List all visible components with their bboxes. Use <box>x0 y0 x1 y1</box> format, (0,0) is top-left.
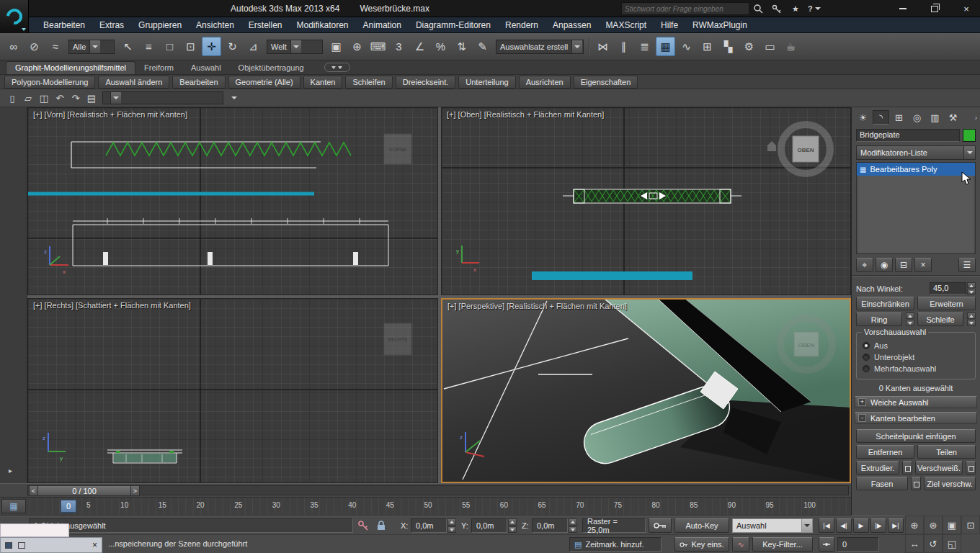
viewport-perspective[interactable]: [+] [Perspektive] [Realistisch + Flächen… <box>441 298 851 483</box>
application-menu-button[interactable] <box>0 0 29 33</box>
minimize-button[interactable] <box>895 2 911 15</box>
select-object-icon[interactable]: ↖ <box>118 37 138 56</box>
orbit-icon[interactable]: ↺ <box>924 534 943 553</box>
zoom-region-icon[interactable]: ⊡ <box>961 516 980 534</box>
y-spinner[interactable] <box>508 518 517 533</box>
layer-manager-icon[interactable]: ≣ <box>635 37 654 56</box>
viewport-right[interactable]: [+] [Rechts] [Schattiert + Flächen mit K… <box>27 298 438 483</box>
select-and-move-icon[interactable]: ✛ <box>202 37 221 56</box>
set-keys-button[interactable] <box>649 518 672 533</box>
viewport-front[interactable]: [+] [Vorn] [Realistisch + Flächen mit Ka… <box>27 107 438 295</box>
ribbon-panel-button[interactable]: Dreieckseint. <box>396 76 456 89</box>
previous-frame-arrow[interactable]: < <box>29 485 38 496</box>
weld-settings-button[interactable] <box>966 461 976 475</box>
soft-selection-rollout-header[interactable]: + Weiche Auswahl <box>855 396 977 408</box>
close-button[interactable]: × <box>958 2 974 15</box>
split-button[interactable]: Teilen <box>917 445 976 459</box>
angle-snap-icon[interactable]: ∠ <box>410 37 429 56</box>
preview-radio-option[interactable]: Aus <box>863 341 969 350</box>
ribbon-tab[interactable]: Graphit-Modellierungshilfsmittel <box>6 61 135 74</box>
ribbon-panel-button[interactable]: Auswahl ändern <box>98 76 169 89</box>
modifier-list-dropdown[interactable]: Modifikatoren-Liste <box>856 145 976 160</box>
time-slider-track[interactable] <box>27 485 849 495</box>
select-by-name-icon[interactable]: ≡ <box>139 37 159 56</box>
ribbon-tab[interactable]: Auswahl <box>182 62 230 74</box>
grow-button[interactable]: Erweitern <box>917 297 976 310</box>
time-slider-label[interactable]: 0 / 100 <box>38 485 130 496</box>
open-mini-curve-editor-button[interactable]: ▦ <box>1 499 26 513</box>
menu-item[interactable]: RWMaxPlugin <box>685 18 754 32</box>
stack-item-editable-poly[interactable]: ▦ Bearbeitbares Poly <box>857 163 975 176</box>
z-spinner[interactable] <box>569 518 577 533</box>
new-scene-icon[interactable]: ▯ <box>4 91 20 105</box>
mirror-icon[interactable]: ⋈ <box>593 37 612 56</box>
bind-to-spacewarp-icon[interactable]: ≈ <box>45 37 65 56</box>
selection-region-icon[interactable]: □ <box>160 37 179 56</box>
viewport-top-label[interactable]: [+] [Oben] [Realistisch + Flächen mit Ka… <box>447 110 604 119</box>
selection-filter-dropdown[interactable]: Alle <box>68 40 115 54</box>
viewport-right-canvas[interactable]: RECHTS zy <box>28 299 437 482</box>
time-tag-field[interactable]: ▤ Zeitmark. hinzuf. <box>569 537 662 552</box>
ribbon-panel-button[interactable]: Kanten <box>303 76 343 89</box>
infocenter-search[interactable] <box>621 2 749 15</box>
right-viewcube[interactable]: RECHTS <box>384 323 411 355</box>
ribbon-panel-button[interactable]: Polygon-Modellierung <box>4 76 95 89</box>
chamfer-button[interactable]: Fasen <box>856 477 908 490</box>
align-icon[interactable]: ∥ <box>614 37 633 56</box>
select-and-manipulate-icon[interactable]: ⊕ <box>347 37 367 56</box>
viewport-perspective-label[interactable]: [+] [Perspektive] [Realistisch + Flächen… <box>447 302 627 310</box>
modifier-stack[interactable]: ▦ Bearbeitbares Poly <box>856 162 976 254</box>
zoom-extents-icon[interactable]: ▣ <box>943 516 961 534</box>
menu-item[interactable]: Hilfe <box>654 18 685 32</box>
search-input[interactable] <box>621 2 749 15</box>
menu-item[interactable]: Gruppieren <box>131 18 189 32</box>
track-bar[interactable]: ▦ 0 510152025303540455055606570758085909… <box>0 498 851 516</box>
modify-tab-icon[interactable]: ◝ <box>873 110 889 125</box>
front-viewcube[interactable]: VORNE <box>384 134 411 164</box>
keyboard-override-icon[interactable]: ⌨ <box>368 37 388 56</box>
shrink-button[interactable]: Einschränken <box>856 297 914 310</box>
loop-button[interactable]: Schleife <box>917 313 963 326</box>
x-spinner[interactable] <box>447 518 456 533</box>
subscription-key-icon[interactable] <box>770 2 784 15</box>
extrude-button[interactable]: Extrudier. <box>856 461 899 475</box>
edit-edges-rollout-header[interactable]: - Kanten bearbeiten <box>855 412 977 424</box>
ribbon-panel-button[interactable]: Unterteilung <box>458 76 515 89</box>
preview-radio-option[interactable]: Mehrfachauswahl <box>863 364 969 373</box>
viewport-perspective-canvas[interactable]: OBEN z <box>442 300 850 482</box>
ribbon-panel-button[interactable]: Bearbeiten <box>172 76 225 89</box>
by-angle-spinner[interactable] <box>967 282 976 295</box>
key-filters-button[interactable]: Key-Filter... <box>752 537 813 552</box>
selection-lock-icon[interactable] <box>375 520 387 533</box>
loop-spinner[interactable] <box>967 313 976 326</box>
quick-toolbar-dropdown[interactable] <box>102 91 223 104</box>
snap-toggle-3d-icon[interactable]: 3 <box>389 37 409 56</box>
set-key-mode-button[interactable]: Key eins. <box>674 537 729 552</box>
use-pivot-center-icon[interactable]: ▣ <box>326 37 346 56</box>
material-editor-icon[interactable]: ▚ <box>718 37 738 56</box>
x-coordinate-field[interactable]: 0,0m <box>411 518 447 533</box>
viewport-layout-tabs-arrow-icon[interactable]: ▸ <box>9 467 12 475</box>
y-coordinate-field[interactable]: 0,0m <box>471 518 507 533</box>
named-selection-set-dropdown[interactable]: Auswahlsatz erstell <box>496 40 584 54</box>
preview-radio-option[interactable]: Unterobjekt <box>863 353 969 361</box>
unlink-selection-icon[interactable]: ⊘ <box>24 37 44 56</box>
viewport-top-canvas[interactable]: OBEN yx <box>442 108 850 295</box>
ribbon-panel-button[interactable]: Geometrie (Alle) <box>228 76 300 89</box>
ring-button[interactable]: Ring <box>856 313 902 326</box>
fetch-icon[interactable]: ▤ <box>84 91 99 105</box>
remove-modifier-icon[interactable]: × <box>914 258 932 272</box>
save-scene-icon[interactable]: ◫ <box>36 91 52 105</box>
rendered-frame-icon[interactable]: ▭ <box>760 37 780 56</box>
display-tab-icon[interactable]: ▥ <box>927 110 943 125</box>
next-frame-arrow[interactable]: > <box>130 485 140 496</box>
zoom-icon[interactable]: ⊕ <box>905 516 924 534</box>
object-name-field[interactable]: Bridgeplate <box>856 129 960 142</box>
menu-item[interactable]: Bearbeiten <box>36 18 92 32</box>
overlay-close-icon[interactable]: × <box>92 540 97 550</box>
play-button[interactable]: ▶ <box>853 518 869 533</box>
next-frame-button[interactable]: |▶ <box>870 518 886 533</box>
utilities-tab-icon[interactable]: ⚒ <box>945 110 961 125</box>
weld-button[interactable]: Verschweiß. <box>915 461 963 475</box>
menu-item[interactable]: Extras <box>92 18 131 32</box>
